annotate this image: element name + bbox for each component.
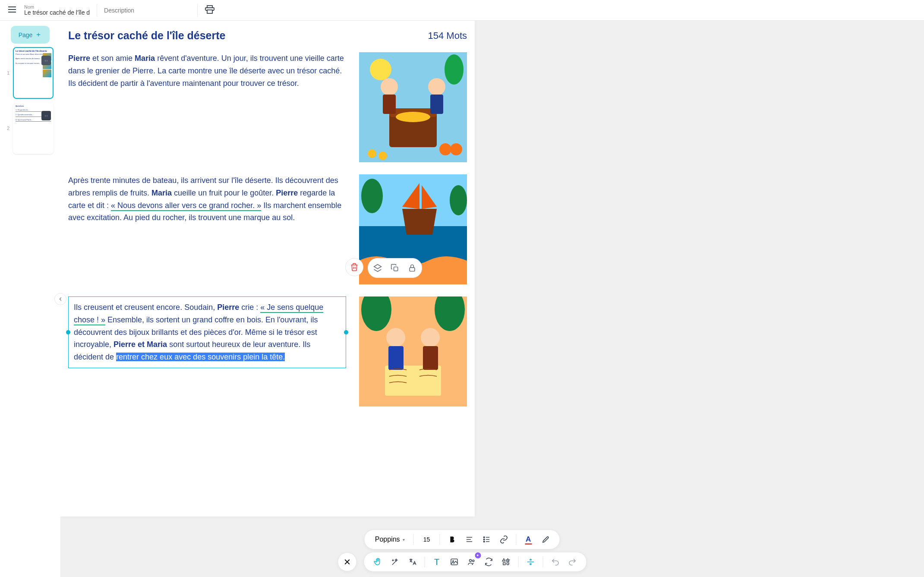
highlighter-button[interactable] [538,532,553,547]
people-tool-button[interactable]: ✦ [464,554,479,570]
svg-rect-13 [430,95,443,114]
image-tool-button[interactable] [446,554,462,570]
hand-tool-button[interactable] [370,554,385,570]
people-icon [467,558,476,566]
text-icon: T [434,557,439,567]
text-color-icon: A [526,535,531,544]
text-tool-button[interactable]: T [429,554,445,570]
svg-point-32 [386,328,405,347]
lock-button[interactable] [404,260,420,276]
highlighter-icon [541,535,550,544]
list-icon [482,535,491,544]
bold-button[interactable] [444,532,460,547]
delete-button[interactable] [345,258,363,276]
layer-button[interactable] [370,260,385,276]
chevron-down-icon: ▾ [403,537,405,542]
hand-icon [373,558,382,566]
separator [413,534,414,545]
redo-button[interactable] [564,554,580,570]
document-page: Le trésor caché de l'île déserte 154 Mot… [60,21,475,517]
page-thumbnail-2[interactable]: Questions 1. Où partent-ils... 2. Que dé… [13,102,54,154]
align-icon [465,535,473,544]
selection-handle[interactable] [344,330,348,334]
shapes-icon [501,558,510,566]
svg-rect-39 [394,267,398,271]
align-button[interactable] [461,532,477,547]
text-bold: Pierre [68,54,90,63]
canvas[interactable]: Le trésor caché de l'île déserte 154 Mot… [60,21,924,577]
selection-handle[interactable] [66,330,70,334]
layers-icon [373,264,382,272]
list-button[interactable] [479,532,494,547]
link-button[interactable] [496,532,511,547]
story-image-1[interactable] [359,52,467,162]
shapes-tool-button[interactable] [498,554,514,570]
sync-tool-button[interactable] [481,554,496,570]
svg-point-14 [445,54,464,85]
image-icon [450,558,458,566]
text-bold: Maria [151,189,172,197]
text-toolbar: Poppins ▾ 15 A [364,530,560,549]
drag-handle-icon[interactable]: ⋮⋮ [41,56,51,65]
content-block-1[interactable]: Pierre et son amie Maria rêvent d'aventu… [68,52,467,162]
svg-point-33 [421,328,440,347]
paragraph-2[interactable]: Après trente minutes de bateau, ils arri… [68,174,346,224]
svg-point-46 [483,541,485,542]
svg-point-45 [483,539,485,540]
translate-button[interactable] [404,554,420,570]
separator [197,4,198,17]
name-field[interactable]: Nom Le trésor caché de l'île d [24,4,90,16]
separator [518,556,518,568]
svg-point-16 [450,143,462,155]
text-color-button[interactable]: A [520,532,536,547]
close-icon [343,558,351,566]
link-icon [499,535,508,544]
translate-icon [408,558,416,566]
drag-handle-icon[interactable]: ⋮⋮ [41,111,51,120]
collapse-sidebar-button[interactable] [54,293,66,305]
bold-icon [448,535,456,544]
menu-button[interactable] [7,4,17,16]
text: Ils creusent et creusent encore. Soudain… [74,303,217,312]
font-family-value: Poppins [375,536,400,543]
magic-wand-button[interactable] [387,554,403,570]
story-image-3[interactable] [359,296,467,407]
add-page-button[interactable]: Page ＋ [11,26,50,44]
text: cueille un fruit pour le goûter. [172,189,276,197]
svg-point-54 [469,559,471,561]
undo-icon [551,558,559,566]
svg-rect-40 [410,268,415,271]
svg-point-11 [428,78,445,95]
paragraph-1[interactable]: Pierre et son amie Maria rêvent d'aventu… [68,52,346,89]
page-thumbnail-1[interactable]: Le trésor caché de l'île déserte Pierre … [13,47,54,99]
trash-icon [350,263,359,271]
split-tool-button[interactable] [523,554,538,570]
svg-point-57 [507,563,509,565]
lock-icon [408,264,416,272]
new-badge-icon: ✦ [475,552,481,558]
svg-point-23 [361,179,383,213]
content-block-3[interactable]: Ils creusent et creusent encore. Soudain… [68,296,467,407]
text: et son amie [90,54,135,63]
close-toolbar-button[interactable] [337,552,356,571]
svg-rect-4 [207,10,212,13]
wand-icon [391,558,399,566]
add-page-label: Page [19,32,33,38]
topbar: Nom Le trésor caché de l'île d [0,0,924,21]
undo-button[interactable] [547,554,563,570]
separator [516,534,516,545]
print-button[interactable] [205,4,215,16]
font-family-select[interactable]: Poppins ▾ [371,536,409,543]
redo-icon [568,558,577,566]
text-bold: Pierre et Maria [114,340,167,349]
svg-rect-12 [383,95,396,114]
separator [542,556,543,568]
font-size-input[interactable]: 15 [418,536,435,543]
sync-icon [484,558,493,566]
paragraph-3[interactable]: Ils creusent et creusent encore. Soudain… [74,301,341,363]
separator [424,556,425,568]
copy-button[interactable] [387,260,403,276]
svg-point-15 [439,143,451,155]
document-title: Le trésor caché de l'île déserte [68,29,225,42]
description-input[interactable] [104,7,190,14]
